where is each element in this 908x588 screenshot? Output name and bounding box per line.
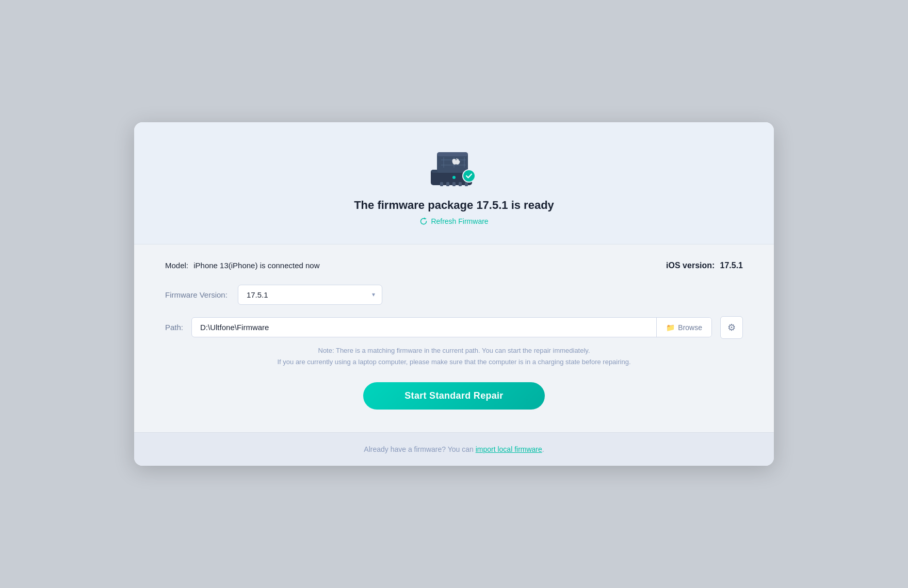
svg-point-16 — [463, 170, 475, 182]
main-content: Model: iPhone 13(iPhone) is connected no… — [134, 244, 774, 432]
import-local-firmware-link[interactable]: import local firmware — [476, 445, 542, 453]
browse-label: Browse — [678, 323, 702, 332]
footer-text: Already have a firmware? You can import … — [165, 445, 743, 453]
gear-icon: ⚙ — [727, 322, 736, 333]
svg-rect-13 — [459, 182, 462, 186]
refresh-icon — [419, 217, 428, 225]
firmware-version-row: Firmware Version: 17.5.1 17.5 17.4.1 17.… — [165, 285, 743, 305]
ios-version: iOS version: 17.5.1 — [666, 261, 743, 270]
svg-rect-14 — [465, 182, 468, 186]
device-model: Model: iPhone 13(iPhone) is connected no… — [165, 261, 320, 270]
refresh-firmware-link[interactable]: Refresh Firmware — [419, 217, 488, 225]
svg-rect-10 — [440, 182, 443, 186]
start-repair-button[interactable]: Start Standard Repair — [363, 382, 544, 410]
path-input[interactable] — [192, 318, 656, 337]
footer-text-before: Already have a firmware? You can — [364, 445, 475, 453]
firmware-version-label: Firmware Version: — [165, 290, 228, 299]
footer-text-end: . — [542, 445, 544, 453]
firmware-version-select-wrapper: 17.5.1 17.5 17.4.1 17.4 ▾ — [238, 285, 382, 305]
firmware-ready-title: The firmware package 17.5.1 is ready — [354, 199, 554, 212]
model-label: Model: — [165, 261, 188, 270]
ios-version-label: iOS version: — [666, 261, 715, 270]
svg-point-2 — [452, 176, 456, 179]
firmware-icon — [426, 143, 482, 189]
path-input-group: 📁 Browse — [191, 317, 712, 337]
settings-button[interactable]: ⚙ — [720, 316, 743, 339]
bottom-footer: Already have a firmware? You can import … — [134, 432, 774, 466]
svg-rect-4 — [437, 152, 468, 156]
svg-rect-11 — [446, 182, 449, 186]
main-window: The firmware package 17.5.1 is ready Ref… — [134, 122, 774, 466]
top-panel: The firmware package 17.5.1 is ready Ref… — [134, 122, 774, 244]
device-info-row: Model: iPhone 13(iPhone) is connected no… — [165, 261, 743, 270]
folder-icon: 📁 — [666, 323, 675, 332]
path-row: Path: 📁 Browse ⚙ — [165, 316, 743, 339]
path-label: Path: — [165, 323, 183, 332]
note-line1: Note: There is a matching firmware in th… — [318, 347, 590, 354]
firmware-version-select[interactable]: 17.5.1 17.5 17.4.1 17.4 — [238, 285, 382, 305]
ios-version-value: 17.5.1 — [720, 261, 743, 270]
chip-svg — [426, 143, 482, 189]
note-line2: If you are currently using a laptop comp… — [277, 358, 630, 366]
refresh-firmware-label: Refresh Firmware — [431, 217, 488, 225]
browse-button[interactable]: 📁 Browse — [656, 318, 711, 337]
svg-rect-12 — [452, 182, 456, 186]
model-value: iPhone 13(iPhone) is connected now — [193, 261, 319, 270]
note-text: Note: There is a matching firmware in th… — [165, 345, 743, 368]
